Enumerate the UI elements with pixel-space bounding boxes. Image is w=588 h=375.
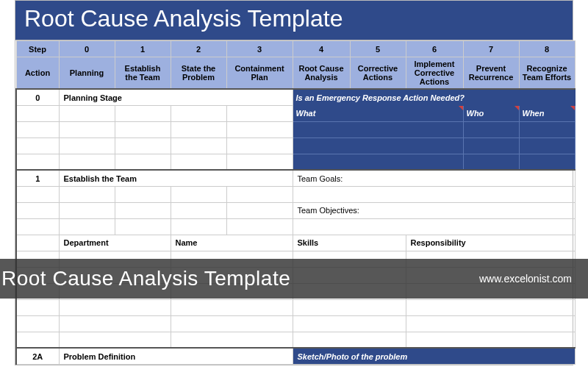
cell[interactable] bbox=[16, 332, 59, 348]
hdr-a1: Establish the Team bbox=[115, 57, 171, 90]
cell[interactable] bbox=[463, 121, 519, 138]
cell[interactable] bbox=[293, 315, 406, 332]
step0-num: 0 bbox=[16, 89, 59, 105]
cell[interactable] bbox=[293, 218, 575, 235]
step0-when: When bbox=[519, 105, 575, 121]
cell[interactable] bbox=[59, 138, 115, 154]
cell[interactable] bbox=[519, 154, 575, 170]
cell[interactable] bbox=[16, 299, 59, 315]
cell[interactable] bbox=[16, 138, 59, 154]
cell[interactable] bbox=[406, 332, 575, 348]
document-title: Root Cause Analysis Template bbox=[15, 1, 573, 40]
hdr-c7: 7 bbox=[463, 41, 519, 57]
cell[interactable] bbox=[115, 202, 171, 218]
hdr-c2: 2 bbox=[171, 41, 226, 57]
hdr-c1: 1 bbox=[115, 41, 171, 57]
cell[interactable] bbox=[16, 315, 59, 332]
step2a-sketch: Sketch/Photo of the problem bbox=[293, 348, 575, 364]
cell[interactable] bbox=[115, 138, 171, 154]
cell[interactable] bbox=[171, 138, 226, 154]
row-step0-d2 bbox=[16, 138, 575, 154]
cell[interactable] bbox=[59, 315, 171, 332]
cell[interactable] bbox=[293, 332, 406, 348]
cell[interactable] bbox=[16, 202, 59, 218]
cell[interactable] bbox=[519, 121, 575, 138]
cell[interactable] bbox=[171, 202, 226, 218]
cell[interactable] bbox=[406, 315, 575, 332]
row-step1-c: Team Objectives: bbox=[16, 202, 575, 218]
cell[interactable] bbox=[171, 186, 226, 202]
row-step1-d bbox=[16, 218, 575, 235]
cell[interactable] bbox=[226, 218, 293, 235]
cell[interactable] bbox=[115, 154, 171, 170]
step0-label: Planning Stage bbox=[59, 89, 293, 105]
hdr-c8: 8 bbox=[519, 41, 575, 57]
hdr-a4: Root Cause Analysis bbox=[293, 57, 350, 90]
cell[interactable] bbox=[171, 105, 226, 121]
cell[interactable] bbox=[16, 105, 59, 121]
cell[interactable] bbox=[293, 154, 463, 170]
row-step1-e5 bbox=[16, 315, 575, 332]
cell[interactable] bbox=[171, 154, 226, 170]
step1-team-objectives[interactable]: Team Objectives: bbox=[293, 202, 575, 218]
cell[interactable] bbox=[226, 121, 293, 138]
hdr-a7: Prevent Recurrence bbox=[463, 57, 519, 90]
cell[interactable] bbox=[226, 154, 293, 170]
cell[interactable] bbox=[171, 218, 226, 235]
hdr-a0: Planning bbox=[59, 57, 115, 90]
cell[interactable] bbox=[59, 202, 115, 218]
cell[interactable] bbox=[59, 121, 115, 138]
subhdr-responsibility: Responsibility bbox=[406, 235, 575, 251]
hdr-action: Action bbox=[16, 57, 59, 90]
cell[interactable] bbox=[16, 218, 59, 235]
row-step1-e4 bbox=[16, 299, 575, 315]
comment-indicator-icon bbox=[459, 106, 463, 110]
cell[interactable] bbox=[293, 138, 463, 154]
row-step1: 1 Establish the Team Team Goals: bbox=[16, 170, 575, 186]
cell[interactable] bbox=[59, 218, 115, 235]
cell[interactable] bbox=[115, 105, 171, 121]
cell[interactable] bbox=[16, 235, 59, 251]
cell[interactable] bbox=[463, 154, 519, 170]
cell[interactable] bbox=[171, 121, 226, 138]
overlay-url: www.excelonist.com bbox=[479, 273, 572, 285]
cell[interactable] bbox=[226, 138, 293, 154]
hdr-c3: 3 bbox=[226, 41, 293, 57]
cell[interactable] bbox=[115, 121, 171, 138]
cell[interactable] bbox=[115, 218, 171, 235]
row-step0-sub: What Who When bbox=[16, 105, 575, 121]
step0-emergency-q: Is an Emergency Response Action Needed? bbox=[293, 89, 575, 105]
step1-label: Establish the Team bbox=[59, 170, 293, 186]
row-step0: 0 Planning Stage Is an Emergency Respons… bbox=[16, 89, 575, 105]
cell[interactable] bbox=[59, 105, 115, 121]
cell[interactable] bbox=[226, 186, 293, 202]
cell[interactable] bbox=[463, 138, 519, 154]
hdr-step: Step bbox=[16, 41, 59, 57]
cell[interactable] bbox=[59, 154, 115, 170]
cell[interactable] bbox=[59, 299, 171, 315]
step1-num: 1 bbox=[16, 170, 59, 186]
cell[interactable] bbox=[293, 186, 575, 202]
header-action-row: Action Planning Establish the Team State… bbox=[16, 57, 575, 90]
cell[interactable] bbox=[293, 121, 463, 138]
cell[interactable] bbox=[115, 186, 171, 202]
cell[interactable] bbox=[171, 315, 293, 332]
step2a-num: 2A bbox=[16, 348, 59, 364]
cell[interactable] bbox=[171, 299, 293, 315]
cell[interactable] bbox=[226, 105, 293, 121]
hdr-c6: 6 bbox=[406, 41, 463, 57]
step1-team-goals[interactable]: Team Goals: bbox=[293, 170, 575, 186]
cell[interactable] bbox=[59, 332, 171, 348]
cell[interactable] bbox=[171, 332, 293, 348]
hdr-c0: 0 bbox=[59, 41, 115, 57]
cell[interactable] bbox=[16, 186, 59, 202]
cell[interactable] bbox=[406, 299, 575, 315]
cell[interactable] bbox=[226, 202, 293, 218]
cell[interactable] bbox=[16, 154, 59, 170]
cell[interactable] bbox=[59, 186, 115, 202]
hdr-a8: Recognize Team Efforts bbox=[519, 57, 575, 90]
cell[interactable] bbox=[16, 121, 59, 138]
cell[interactable] bbox=[519, 138, 575, 154]
row-step0-d1 bbox=[16, 121, 575, 138]
cell[interactable] bbox=[293, 299, 406, 315]
